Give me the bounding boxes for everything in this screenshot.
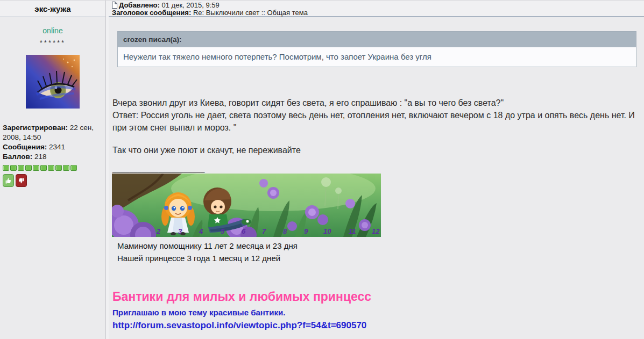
online-status: online xyxy=(0,26,105,35)
ticker-number: 11 xyxy=(349,227,356,235)
post-body: Вчера звонил друг из Киева, говорит сидя… xyxy=(112,97,639,156)
rating-square xyxy=(70,165,77,171)
forum-post-view: экс-жужа online ****** xyxy=(0,0,644,339)
rating-square xyxy=(48,165,54,171)
posted-value: 01 дек, 2015, 9:59 xyxy=(162,1,220,9)
rating-square xyxy=(25,165,32,171)
ticker-number: 4 xyxy=(199,227,203,235)
rating-square xyxy=(10,165,17,171)
points-label: Баллов: xyxy=(3,153,32,161)
post-icon xyxy=(112,2,117,9)
post-paragraph: Вчера звонил друг из Киева, говорит сидя… xyxy=(112,97,639,109)
profile-info: Зарегистрирован: 22 сен, 2008, 14:50 Соо… xyxy=(3,123,103,162)
signature-ticker-image: 2 3 4 5 6 7 8 9 10 11 12 xyxy=(112,174,381,237)
rating-square xyxy=(40,165,47,171)
ticker-number: 2 xyxy=(156,227,161,235)
username: экс-жужа xyxy=(0,1,105,17)
rank-stars: ****** xyxy=(0,39,105,47)
signature-divider: ______________________ xyxy=(112,165,644,172)
ticker-captions: Маминому помощнику 11 лет 2 месяца и 23 … xyxy=(117,240,644,264)
ticker-number: 7 xyxy=(262,227,266,235)
ticker-number: 6 xyxy=(242,227,246,235)
signature-promo-text: Приглашаю в мою тему красивые бантики. xyxy=(112,308,644,317)
post-column: Добавлено: 01 дек, 2015, 9:59 Заголовок … xyxy=(109,1,644,339)
quote-text: Неужели так тяжело немного потерпеть? По… xyxy=(117,47,636,67)
avatar xyxy=(26,55,80,109)
post-header: Добавлено: 01 дек, 2015, 9:59 Заголовок … xyxy=(109,1,644,17)
thumbs-up-icon xyxy=(5,177,12,184)
ticker-number: 5 xyxy=(221,227,225,235)
posts-label: Сообщения: xyxy=(3,143,47,151)
ticker-number: 9 xyxy=(304,227,308,235)
quote-author: crozen писал(а): xyxy=(117,31,636,47)
post-paragraph: Так что они уже поют и скачут, не пережи… xyxy=(112,144,639,156)
profile-sidebar: экс-жужа online ****** xyxy=(0,1,106,339)
ticker-number: 10 xyxy=(323,227,331,235)
thumbs-down-icon xyxy=(18,177,25,184)
posts-value: 2341 xyxy=(49,143,65,151)
rating-square xyxy=(18,165,24,171)
ticker-caption-daughter: Нашей принцессе 3 года 1 месяц и 12 дней xyxy=(117,252,644,264)
ticker-number: 12 xyxy=(372,227,380,235)
ticker-caption-son: Маминому помощнику 11 лет 2 месяца и 23 … xyxy=(117,240,644,252)
rating-square xyxy=(3,165,9,171)
ticker-number: 8 xyxy=(283,227,287,235)
subject-value: Re: Выключили свет :: Общая тема xyxy=(193,9,308,17)
signature-promo-link[interactable]: http://forum.sevastopol.info/viewtopic.p… xyxy=(112,320,366,331)
registered-label: Зарегистрирован: xyxy=(3,124,68,132)
rating-square xyxy=(63,165,69,171)
subject-label: Заголовок сообщения: xyxy=(112,9,191,17)
quote-block: crozen писал(а): Неужели так тяжело немн… xyxy=(117,31,636,67)
thumbs-up-button[interactable] xyxy=(3,174,14,187)
thumbs-down-button[interactable] xyxy=(16,174,27,187)
vote-buttons xyxy=(3,174,105,187)
rating-bar xyxy=(3,165,105,172)
posted-label: Добавлено: xyxy=(119,1,160,9)
signature-promo-title: Бантики для милых и любимых принцесс xyxy=(112,290,644,304)
rating-square xyxy=(55,165,62,171)
subject-line: Заголовок сообщения: Re: Выключили свет … xyxy=(112,9,644,17)
posted-line: Добавлено: 01 дек, 2015, 9:59 xyxy=(112,2,644,9)
post-paragraph: Ответ: Россия уголь не дает, света поэто… xyxy=(112,109,639,134)
ticker-number: 3 xyxy=(178,227,182,235)
rating-square xyxy=(33,165,39,171)
points-value: 218 xyxy=(34,153,47,161)
